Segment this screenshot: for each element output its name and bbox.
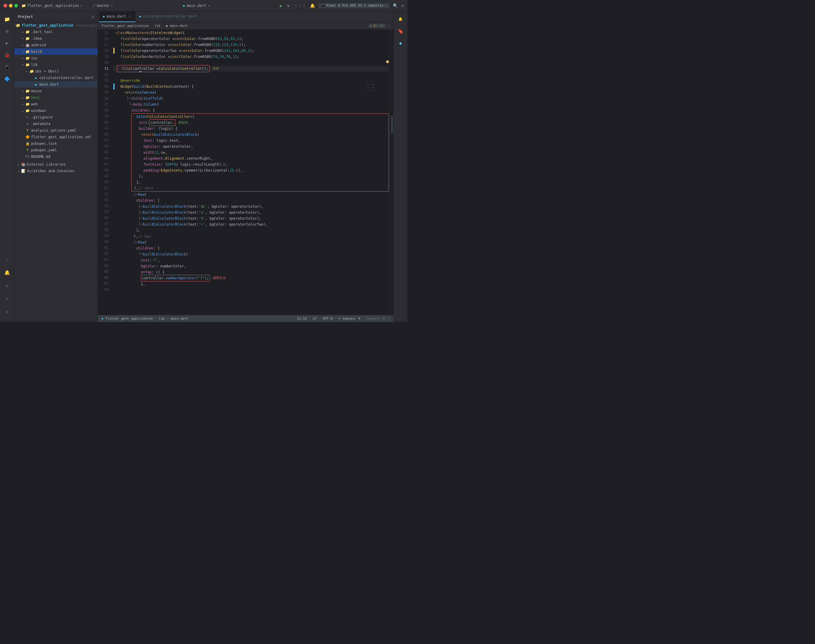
tree-item-root[interactable]: ▼ 📁 flutter_gext_application ~/AndroidSt… [14,22,98,29]
right-panel: 🔔 🔖 ◆ [393,11,408,322]
tree-item-ios[interactable]: ▶ 📁 ios [14,55,98,61]
settings-button[interactable]: ⚙ [401,3,404,8]
tab-calculator-label: calculatorController.dart [143,14,197,18]
tree-item-macos[interactable]: ▶ 📁 macos [14,88,98,94]
git-button[interactable]: ↕ [2,307,12,317]
line-ending[interactable]: LF [311,317,318,320]
tree-item-android[interactable]: ▶ 🤖 android [14,42,98,48]
tab-main-dart[interactable]: ◆ main.dart × [99,11,135,22]
code-line-67: }, [113,281,389,287]
code-editor: 25 26 27 28 29 30 31 32 33 34 35 36 37 3… [98,30,393,315]
title-bar-center: 📁 flutter_gext_application ▾ | ⎇ master … [21,3,404,8]
minimize-window-button[interactable] [9,4,12,8]
project-breadcrumb-status[interactable]: ◆ flutter_gext_application › lib › main.… [100,317,190,320]
close-window-button[interactable] [3,4,7,8]
scratches-label: Scratches and Consoles [27,169,74,173]
code-line-45: width: 1.sw, [132,150,389,155]
tree-item-pubspec-yaml[interactable]: Y pubspec.yaml [14,147,98,153]
tab-main-dart-label: main.dart [107,14,126,18]
tree-item-scratches[interactable]: ▶ 📝 Scratches and Consoles [14,168,98,174]
indent-setting[interactable]: ⌨ spaces: 4 [337,317,362,320]
run-tool-button[interactable]: ▶ [2,38,12,48]
right-panel-bookmark[interactable]: 🔖 [395,26,406,37]
tab-main-dart-close[interactable]: × [128,14,132,18]
code-line-33: @override [113,78,389,84]
project-view-button[interactable]: 📁 [2,14,12,25]
tree-item-readme[interactable]: Md README.md [14,153,98,160]
code-line-56: ├─buildCalculatorBlock(text: '%', bgColo… [113,215,389,221]
left-icon-bar: 📁 ⊞ ▶ 🐞 📱 🔷 ⚠ [0,11,14,322]
tree-item-obs-obx[interactable]: ▶ 📁 obs + Obx() [14,68,98,75]
editor-scrollbar[interactable] [389,30,393,315]
device-selector[interactable]: 📱 Pixel 6 Pro API 33 2 (mobile) ▾ [319,3,389,8]
tree-item-analysis-options[interactable]: Y analysis_options.yaml [14,127,98,134]
tree-item-iml[interactable]: 🔶 flutter_gext_application.iml [14,134,98,140]
encoding[interactable]: UTF-8 [322,317,334,320]
context-indent[interactable]: csonvert or × [365,317,391,320]
center-file-name: main.dart [187,3,206,8]
run-button[interactable]: ▶ [280,3,282,8]
title-bar-right: ▶ ⌥▶ ⋮⋮⋮ 🔔 📱 Pixel 6 Pro API 33 2 (mobil… [280,3,404,8]
code-line-37: └─body: Column( [113,101,389,107]
more-actions-button[interactable]: ⋮⋮⋮ [294,3,306,8]
flutter-inspector-button[interactable]: 🔷 [2,74,12,84]
debug-button[interactable]: ⌥▶ [286,3,290,8]
code-line-29: final Color borderColor = const Color.fr… [113,54,389,60]
tree-item-idea[interactable]: ▶ 📁 .idea [14,35,98,42]
tree-item-metadata[interactable]: ◈ .metadata [14,121,98,127]
terminal-button[interactable]: ⌨ [2,293,12,304]
project-selector[interactable]: 📁 flutter_gext_application ▾ [21,3,82,8]
debug-tool-button[interactable]: 🐞 [2,49,12,60]
code-line-60: ├─Row( [113,239,389,245]
tree-item-web[interactable]: ▶ 📁 web [14,101,98,107]
device-name: Pixel 6 Pro API 33 2 (mobile) [326,3,384,8]
code-line-51: ), // GetX [132,186,389,191]
pub-button[interactable]: ◇ [2,280,12,291]
code-content[interactable]: class Main extends StatelessWidget { fin… [113,30,389,315]
tab-calculator-controller[interactable]: ◆ calculatorController.dart [135,11,201,22]
maximize-window-button[interactable] [14,4,18,8]
tree-item-pubspec-lock[interactable]: 🔒 pubspec.lock [14,140,98,147]
tree-item-test[interactable]: ▶ 📁 test [14,94,98,101]
code-line-53: children: [ [113,198,389,204]
code-line-25: class Main extends StatelessWidget { [113,30,389,36]
code-line-64: bgColor: numberColor, [113,263,389,269]
tree-item-calculator-controller[interactable]: ◆ calculatorController.dart [14,75,98,81]
tree-item-dart-tool[interactable]: ▶ 📁 .dart_tool [14,29,98,35]
tree-item-lib[interactable]: ▼ 📁 lib [14,61,98,68]
code-line-55: ├─buildCalculatorBlock(text: '±', bgColo… [113,210,389,215]
right-panel-dart-analysis[interactable]: ◆ [395,38,406,48]
code-line-35: return SafeArea( [113,89,389,95]
code-line-63: text: '7', [113,257,389,263]
cursor-position[interactable]: 31:13 [296,317,308,320]
tab-bar-actions: ⋮ [381,14,392,20]
code-line-61: children: [ [113,245,389,251]
root-folder-icon: 📁 [16,23,21,28]
tree-item-build[interactable]: ▶ 📁 build [14,48,98,55]
code-line-27: final Color numberColor = const Color.fr… [113,42,389,48]
tree-item-windows[interactable]: ▶ 📁 windows [14,107,98,114]
problems-button[interactable]: ⚠ [2,254,12,265]
code-line-26: final Color operatorColor = const Color.… [113,36,389,42]
sidebar-gear-icon[interactable]: ⚙ [92,15,94,19]
event-log-button[interactable]: 🔔 [2,267,12,278]
code-line-46: alignment: Alignment.centerRight, [132,155,389,161]
breadcrumb-lib: lib [155,24,161,28]
device-manager-button[interactable]: 📱 [2,61,12,72]
tree-item-main-dart[interactable]: ◆ main.dart [14,81,98,88]
breadcrumb-toggle[interactable]: ⋮ [383,14,390,20]
search-button[interactable]: 🔍 [393,3,398,8]
commit-button[interactable]: ⊞ [2,26,12,37]
sidebar-header: Project ⚙ [14,11,98,22]
tree-item-gitignore[interactable]: ⊘ .gitignore [14,114,98,121]
code-line-50: }, [132,179,389,186]
code-line-68 [113,287,389,293]
notifications-button[interactable]: 🔔 [310,3,315,8]
right-panel-notifications[interactable]: 🔔 [395,14,406,25]
code-line-30 [113,60,389,66]
branch-name-label: master [97,3,109,8]
code-line-38: children: [ [113,107,389,113]
branch-selector[interactable]: ⎇ master ▾ [91,3,113,8]
warning-badge[interactable]: ⚠ 2 ✓ 3 ▾ [368,24,386,28]
tree-item-external-libs[interactable]: ▶ 📚 External Libraries [14,161,98,168]
